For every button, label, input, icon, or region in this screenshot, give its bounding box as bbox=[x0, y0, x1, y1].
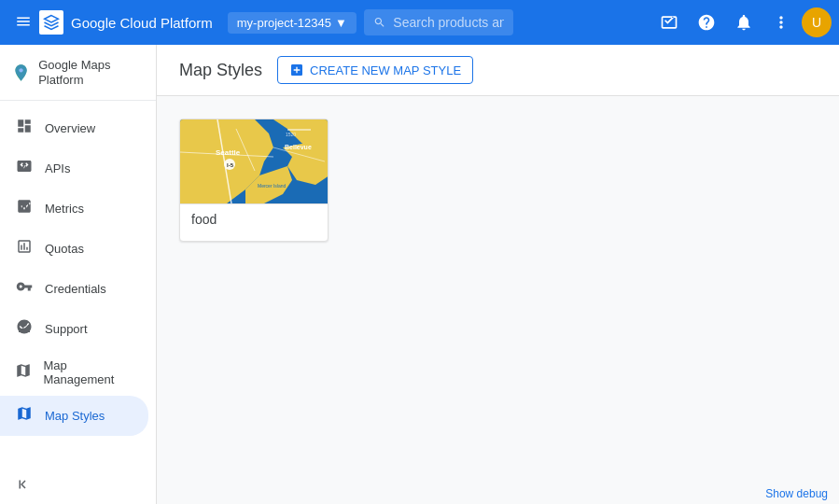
sidebar-item-apis[interactable]: APIs bbox=[0, 148, 148, 189]
sidebar-item-map-management-label: Map Management bbox=[43, 358, 133, 386]
sidebar-item-credentials[interactable]: Credentials bbox=[0, 269, 148, 309]
avatar[interactable]: U bbox=[802, 7, 832, 37]
map-preview-svg: Seattle Bellevue Mercer Island I-5 1520 bbox=[180, 119, 329, 203]
dropdown-arrow: ▼ bbox=[335, 16, 347, 30]
plus-icon bbox=[289, 63, 304, 77]
svg-text:Mercer Island: Mercer Island bbox=[258, 183, 287, 189]
topbar-actions: U bbox=[652, 6, 832, 39]
sidebar-item-map-styles-label: Map Styles bbox=[45, 409, 105, 423]
sidebar-item-support[interactable]: Support bbox=[0, 309, 148, 349]
sidebar-item-quotas[interactable]: Quotas bbox=[0, 229, 148, 269]
maps-logo-icon bbox=[11, 62, 31, 84]
sidebar-nav: Overview APIs Metrics Quotas bbox=[0, 101, 156, 465]
map-card-label: food bbox=[180, 203, 328, 241]
console-icon-btn[interactable] bbox=[652, 6, 686, 39]
sidebar-item-quotas-label: Quotas bbox=[45, 242, 84, 256]
apis-icon bbox=[15, 158, 34, 179]
topbar-logo: Google Cloud Platform bbox=[39, 10, 213, 35]
notification-icon-btn[interactable] bbox=[727, 6, 761, 39]
gcp-logo-icon bbox=[39, 10, 63, 35]
create-new-map-style-button[interactable]: CREATE NEW MAP STYLE bbox=[277, 56, 473, 84]
sidebar-item-overview-label: Overview bbox=[45, 121, 95, 135]
sidebar-collapse-btn[interactable] bbox=[0, 465, 156, 504]
overview-icon bbox=[15, 118, 34, 139]
search-input[interactable] bbox=[393, 15, 504, 30]
sidebar-item-overview[interactable]: Overview bbox=[0, 108, 148, 148]
credentials-icon bbox=[15, 278, 34, 300]
metrics-icon bbox=[15, 198, 34, 219]
page-title: Map Styles bbox=[179, 61, 262, 80]
sidebar-item-credentials-label: Credentials bbox=[45, 282, 106, 296]
sidebar-item-map-styles[interactable]: Map Styles bbox=[0, 396, 148, 436]
topbar: Google Cloud Platform my-project-12345 ▼… bbox=[0, 0, 839, 45]
sidebar-brand: Google Maps Platform bbox=[0, 45, 156, 101]
svg-text:1520: 1520 bbox=[286, 132, 296, 137]
project-name: my-project-12345 bbox=[237, 16, 331, 30]
create-btn-label: CREATE NEW MAP STYLE bbox=[310, 63, 461, 77]
search-bar[interactable] bbox=[364, 9, 514, 35]
content-area: Seattle Bellevue Mercer Island I-5 1520 … bbox=[157, 96, 839, 264]
debug-label: Show debug bbox=[765, 487, 828, 500]
more-icon-btn[interactable] bbox=[764, 6, 798, 39]
main-content: Map Styles CREATE NEW MAP STYLE bbox=[157, 45, 839, 504]
sidebar: Google Maps Platform Overview APIs Metri… bbox=[0, 45, 157, 504]
main-header: Map Styles CREATE NEW MAP STYLE bbox=[157, 45, 839, 96]
svg-text:Seattle: Seattle bbox=[216, 148, 241, 157]
sidebar-item-metrics-label: Metrics bbox=[45, 202, 84, 216]
topbar-title: Google Cloud Platform bbox=[71, 15, 213, 31]
project-selector[interactable]: my-project-12345 ▼ bbox=[228, 12, 357, 34]
map-management-icon bbox=[15, 362, 32, 384]
sidebar-item-metrics[interactable]: Metrics bbox=[0, 189, 148, 229]
svg-text:Bellevue: Bellevue bbox=[285, 144, 312, 150]
sidebar-item-map-management[interactable]: Map Management bbox=[0, 349, 148, 396]
menu-icon[interactable] bbox=[7, 6, 39, 40]
layout: Google Maps Platform Overview APIs Metri… bbox=[0, 45, 839, 504]
sidebar-brand-text: Google Maps Platform bbox=[38, 58, 145, 87]
svg-text:I-5: I-5 bbox=[227, 162, 234, 168]
sidebar-item-apis-label: APIs bbox=[45, 161, 70, 175]
sidebar-item-support-label: Support bbox=[45, 322, 88, 336]
support-icon bbox=[15, 318, 34, 340]
map-styles-icon bbox=[15, 405, 34, 427]
help-icon-btn[interactable] bbox=[690, 6, 723, 39]
svg-rect-15 bbox=[287, 129, 311, 131]
quotas-icon bbox=[15, 238, 34, 259]
show-debug-button[interactable]: Show debug bbox=[754, 483, 839, 504]
map-style-card[interactable]: Seattle Bellevue Mercer Island I-5 1520 … bbox=[179, 119, 329, 242]
map-thumbnail: Seattle Bellevue Mercer Island I-5 1520 bbox=[180, 119, 329, 203]
search-icon bbox=[373, 15, 386, 30]
